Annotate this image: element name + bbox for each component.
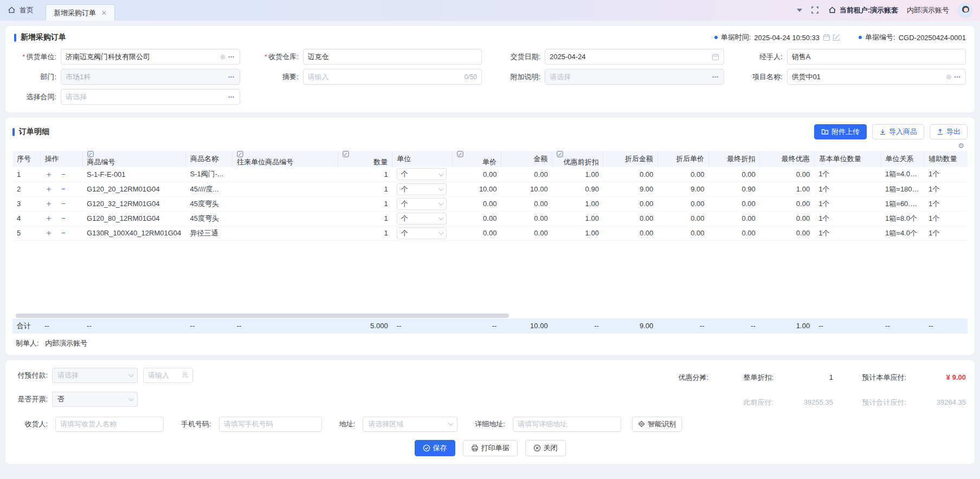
remove-row-icon[interactable]: － [59,169,67,178]
more-icon[interactable]: ⋯ [954,73,961,81]
delivery-date-field[interactable] [545,49,724,65]
unit-select[interactable]: 个 [397,168,447,180]
prepay-select[interactable]: 请选择 [52,368,138,383]
more-icon[interactable]: ⋯ [228,53,235,61]
table-cell: 0.90 [552,182,603,196]
table-cell: 0.00 [709,226,760,240]
totals-cell: -- [552,318,603,334]
remove-row-icon[interactable]: － [59,228,67,237]
unit-select[interactable]: 个 [397,198,447,210]
supplier-input[interactable] [66,53,217,61]
summary-input[interactable] [308,73,461,81]
total-payable-label: 预计合计应付: [833,398,906,407]
scrollbar-thumb[interactable] [16,314,509,318]
add-row-icon[interactable]: ＋ [44,213,53,222]
add-row-icon[interactable]: ＋ [44,199,53,208]
extra-note-input[interactable] [550,73,709,81]
totals-cell: -- [233,318,338,334]
clear-icon[interactable]: ⊗ [946,73,952,81]
column-header: 基本单位数量 [814,151,881,167]
close-circle-icon [533,444,541,452]
remove-row-icon[interactable]: － [59,184,67,193]
close-tab-icon[interactable]: ✕ [101,9,107,17]
folder-upload-icon [821,128,829,136]
fullscreen-icon[interactable] [811,6,820,15]
calendar-icon[interactable] [823,34,830,41]
smart-recognize-button[interactable]: 智能识别 [632,417,682,432]
totals-cell: -- [924,318,968,334]
table-cell: 1个 [924,182,968,196]
department-input[interactable] [66,73,225,81]
edit-icon[interactable] [833,34,840,41]
table-cell: 1个 [814,196,881,211]
column-header: 最终优惠 [760,151,814,167]
save-button[interactable]: 保存 [415,440,455,456]
table-cell: 个 [392,167,453,182]
phone-input[interactable] [219,417,322,432]
prepay-amount-field[interactable]: 元 [143,368,193,383]
clear-icon[interactable]: ⊗ [220,53,226,61]
address-select[interactable]: 请选择区域 [363,417,457,432]
totals-cell: -- [709,318,760,334]
add-row-icon[interactable]: ＋ [44,184,53,193]
table-cell: 个 [392,196,453,211]
current-tenant[interactable]: 当前租户:演示账套 [828,5,898,15]
handler-input[interactable] [792,53,962,61]
horizontal-scrollbar [12,313,968,318]
import-goods-label: 导入商品 [889,127,917,137]
table-cell: G130R_100X40_12RM01G04 [82,226,186,240]
account-name[interactable]: 内部演示账号 [907,5,949,15]
warehouse-input[interactable] [308,53,478,61]
check-circle-icon [423,444,430,452]
tab-new-purchase-order[interactable]: 新增采购订单 ✕ [46,4,115,21]
table-settings-gear-icon[interactable]: ⚙ [958,142,964,150]
print-button[interactable]: 打印单据 [463,440,518,456]
remove-row-icon[interactable]: － [59,213,67,222]
totals-cell: -- [814,318,881,334]
invoice-select-value: 否 [57,394,65,404]
receiver-label: 收货人: [14,419,48,429]
table-cell: 1.00 [552,211,603,226]
detail-address-input[interactable] [513,417,621,432]
prepay-amount-input[interactable] [148,371,178,379]
summary-field[interactable]: 0/50 [303,69,482,85]
contract-field[interactable]: ⋯ [61,89,240,105]
chevron-down-icon[interactable] [797,9,802,12]
more-icon[interactable]: ⋯ [228,73,235,81]
more-icon[interactable]: ⋯ [228,93,235,101]
warehouse-field[interactable] [303,49,482,65]
discount-share-label: 优惠分摊: [638,373,708,382]
invoice-select[interactable]: 否 [52,392,138,407]
export-button[interactable]: 导出 [930,124,968,139]
handler-field[interactable] [787,49,966,65]
add-row-icon[interactable]: ＋ [44,169,53,178]
doc-time-label: 单据时间: [721,33,751,42]
extra-note-label: 附加说明: [498,72,540,82]
import-goods-button[interactable]: 导入商品 [872,124,924,139]
totals-cell: 10.00 [501,318,552,334]
department-field[interactable]: ⋯ [61,69,240,85]
extra-note-field[interactable]: ⋯ [545,69,724,85]
avatar[interactable] [958,3,972,18]
remove-row-icon[interactable]: － [59,199,67,208]
delivery-date-input[interactable] [550,53,708,61]
add-row-icon[interactable]: ＋ [44,228,53,237]
contract-input[interactable] [66,93,225,101]
unit-select[interactable]: 个 [397,183,447,195]
table-cell: 0.00 [657,226,708,240]
attachment-upload-button[interactable]: 附件上传 [814,124,867,139]
unit-select[interactable]: 个 [397,213,447,225]
table-cell: 异径三通 [186,226,233,240]
home-tab[interactable]: 首页 [8,5,34,15]
close-button[interactable]: 关闭 [525,440,566,456]
unit-select[interactable]: 个 [397,227,447,239]
project-input[interactable] [792,73,943,81]
project-field[interactable]: ⊗⋯ [787,69,966,85]
receiver-input[interactable] [55,417,164,432]
table-cell: 0.00 [501,226,552,240]
table-cell: 0.00 [501,211,552,226]
calendar-icon[interactable] [712,53,719,61]
more-icon[interactable]: ⋯ [712,73,719,81]
supplier-field[interactable]: ⊗⋯ [61,49,240,65]
upload-icon [937,129,944,136]
